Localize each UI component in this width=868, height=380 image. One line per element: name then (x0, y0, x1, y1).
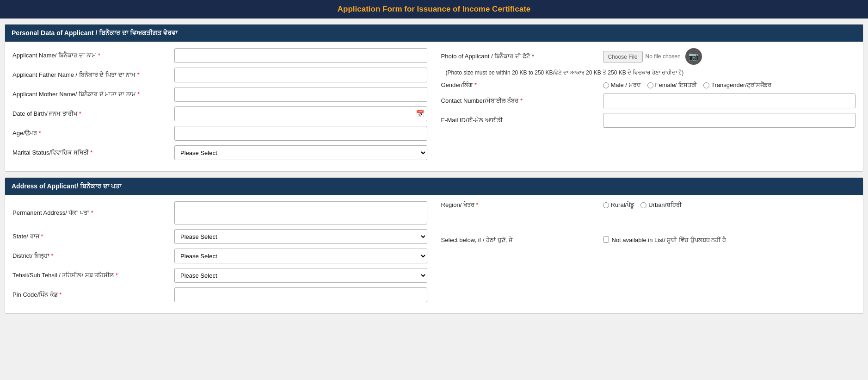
father-name-row: Applicant Father Name / ਬਿਨੈਕਾਰ ਦੇ ਪਿਤਾ … (12, 68, 427, 82)
pincode-label: Pin Code/ਪਿੰਨ ਕੋਡ * (12, 291, 170, 299)
email-row: E-Mail ID/ਈ-ਮੇਲ ਆਈਡੀ (441, 113, 856, 128)
file-input-wrap: Choose File No file chosen (603, 51, 681, 62)
email-input[interactable] (603, 113, 856, 128)
address-right-col: Region/ ਖੇਤਰ * Rural/ਪੇਂਡੂ Urban/ਸ਼ਹਿਰੀ (441, 201, 856, 307)
gender-male-radio[interactable] (603, 82, 609, 88)
marital-status-label: Marital Status/ਵਿਵਾਹਿਕ ਸਥਿਤੀ * (12, 149, 170, 156)
gender-transgender-radio[interactable] (703, 82, 709, 88)
not-available-wrap: Not available in List/ ਸੂਚੀ ਵਿੱਚ ਉਪਲਬਧ ਨ… (603, 237, 726, 244)
state-label: State/ ਰਾਜ * (12, 233, 170, 240)
region-urban-radio[interactable] (640, 202, 646, 208)
camera-icon: 📷 (685, 48, 702, 65)
photo-label: Photo of Applicant / ਬਿਨੈਕਾਰ ਦੀ ਫੋਟੋ * (441, 53, 598, 60)
region-row: Region/ ਖੇਤਰ * Rural/ਪੇਂਡੂ Urban/ਸ਼ਹਿਰੀ (441, 201, 856, 209)
address-left-col: Permanent Address/ ਪੱਕਾ ਪਤਾ * State/ ਰਾਜ… (12, 201, 427, 307)
gender-female-option[interactable]: Female/ ਇਸਤਰੀ (647, 81, 697, 89)
contact-input[interactable] (603, 93, 856, 108)
tehsil-row: Tehsil/Sub Tehsil / ਤਹਿਸੀਲ/ ਸਬ ਤਹਿਸੀਲ * … (12, 268, 427, 283)
tehsil-label: Tehsil/Sub Tehsil / ਤਹਿਸੀਲ/ ਸਬ ਤਹਿਸੀਲ * (12, 272, 170, 279)
photo-note: (Photo size must be within 20 KB to 250 … (441, 69, 856, 77)
age-label: Age/ਉਮਰ * (12, 130, 170, 137)
dob-input-wrap: 📅 (174, 106, 427, 121)
pincode-row: Pin Code/ਪਿੰਨ ਕੋਡ * (12, 287, 427, 302)
dob-input[interactable] (174, 106, 427, 121)
age-row: Age/ਉਮਰ * (12, 126, 427, 141)
father-name-input[interactable] (174, 68, 427, 82)
applicant-name-row: Applicant Name/ ਬਿਨੈਕਾਰ ਦਾ ਨਾਮ * (12, 48, 427, 63)
age-input[interactable] (174, 126, 427, 141)
gender-male-option[interactable]: Male / ਮਰਦ (603, 81, 641, 89)
state-row: State/ ਰਾਜ * Please Select (12, 229, 427, 244)
pincode-input[interactable] (174, 287, 427, 302)
marital-status-select[interactable]: Please Select (174, 145, 427, 160)
gender-transgender-option[interactable]: Transgender/ਟ੍ਰਾਂਸਜੈਂਡਰ (703, 81, 771, 89)
calendar-icon: 📅 (416, 110, 425, 118)
permanent-address-row: Permanent Address/ ਪੱਕਾ ਪਤਾ * (12, 201, 427, 224)
father-name-label: Applicant Father Name / ਬਿਨੈਕਾਰ ਦੇ ਪਿਤਾ … (12, 71, 170, 79)
permanent-address-label: Permanent Address/ ਪੱਕਾ ਪਤਾ * (12, 209, 170, 217)
personal-left-col: Applicant Name/ ਬਿਨੈਕਾਰ ਦਾ ਨਾਮ * Applica… (12, 48, 427, 165)
personal-section-header: Personal Data of Applicant / ਬਿਨੈਕਾਰ ਦਾ … (5, 25, 863, 42)
district-select[interactable]: Please Select (174, 249, 427, 263)
contact-row: Contact Number/ਮੋਬਾਈਲ ਨੰਬਰ * (441, 93, 856, 108)
no-file-label: No file chosen (646, 53, 681, 60)
select-below-label: Select below, if / ਹੇਠਾਂ ਚੁਣੋ, ਜੇ (441, 237, 598, 244)
marital-status-row: Marital Status/ਵਿਵਾਹਿਕ ਸਥਿਤੀ * Please Se… (12, 145, 427, 160)
photo-row: Photo of Applicant / ਬਿਨੈਕਾਰ ਦੀ ਫੋਟੋ * C… (441, 48, 856, 65)
district-row: District/ ਜ਼ਿਲ੍ਹਾ * Please Select (12, 249, 427, 263)
district-label: District/ ਜ਼ਿਲ੍ਹਾ * (12, 252, 170, 260)
not-available-checkbox[interactable] (603, 237, 609, 243)
choose-file-button[interactable]: Choose File (603, 51, 643, 62)
applicant-name-label: Applicant Name/ ਬਿਨੈਕਾਰ ਦਾ ਨਾਮ * (12, 52, 170, 59)
select-below-row: Select below, if / ਹੇਠਾਂ ਚੁਣੋ, ਜੇ Not av… (441, 237, 856, 244)
dob-label: Date of Birth/ ਜਨਮ ਤਾਰੀਖ * (12, 110, 170, 118)
not-available-label: Not available in List/ ਸੂਚੀ ਵਿੱਚ ਉਪਲਬਧ ਨ… (612, 237, 726, 244)
applicant-name-input[interactable] (174, 48, 427, 63)
gender-radio-group: Male / ਮਰਦ Female/ ਇਸਤਰੀ Transgender/ਟ੍ਰ… (603, 81, 771, 89)
personal-data-section: Personal Data of Applicant / ਬਿਨੈਕਾਰ ਦਾ … (5, 24, 863, 172)
contact-label: Contact Number/ਮੋਬਾਈਲ ਨੰਬਰ * (441, 97, 598, 105)
email-label: E-Mail ID/ਈ-ਮੇਲ ਆਈਡੀ (441, 117, 598, 124)
tehsil-select[interactable]: Please Select (174, 268, 427, 283)
gender-label: Gender/ਲਿੰਗ * (441, 81, 598, 89)
region-radio-group: Rural/ਪੇਂਡੂ Urban/ਸ਼ਹਿਰੀ (603, 201, 682, 209)
permanent-address-input[interactable] (174, 201, 427, 224)
mother-name-row: Applicant Mother Name/ ਬਿਨੈਕਾਰ ਦੇ ਮਾਤਾ ਦ… (12, 87, 427, 102)
address-section: Address of Applicant/ ਬਿਨੈਕਾਰ ਦਾ ਪਤਾ Per… (5, 177, 863, 314)
mother-name-label: Applicant Mother Name/ ਬਿਨੈਕਾਰ ਦੇ ਮਾਤਾ ਦ… (12, 91, 170, 98)
dob-row: Date of Birth/ ਜਨਮ ਤਾਰੀਖ * 📅 (12, 106, 427, 121)
page-title: Application Form for Issuance of Income … (0, 0, 868, 19)
region-rural-radio[interactable] (603, 202, 609, 208)
mother-name-input[interactable] (174, 87, 427, 102)
region-label: Region/ ਖੇਤਰ * (441, 201, 598, 209)
personal-right-col: Photo of Applicant / ਬਿਨੈਕਾਰ ਦੀ ਫੋਟੋ * C… (441, 48, 856, 165)
region-rural-option[interactable]: Rural/ਪੇਂਡੂ (603, 201, 634, 209)
gender-row: Gender/ਲਿੰਗ * Male / ਮਰਦ Female/ ਇਸਤਰੀ (441, 81, 856, 89)
region-urban-option[interactable]: Urban/ਸ਼ਹਿਰੀ (640, 201, 682, 209)
gender-female-radio[interactable] (647, 82, 653, 88)
state-select[interactable]: Please Select (174, 229, 427, 244)
address-section-header: Address of Applicant/ ਬਿਨੈਕਾਰ ਦਾ ਪਤਾ (5, 178, 863, 195)
